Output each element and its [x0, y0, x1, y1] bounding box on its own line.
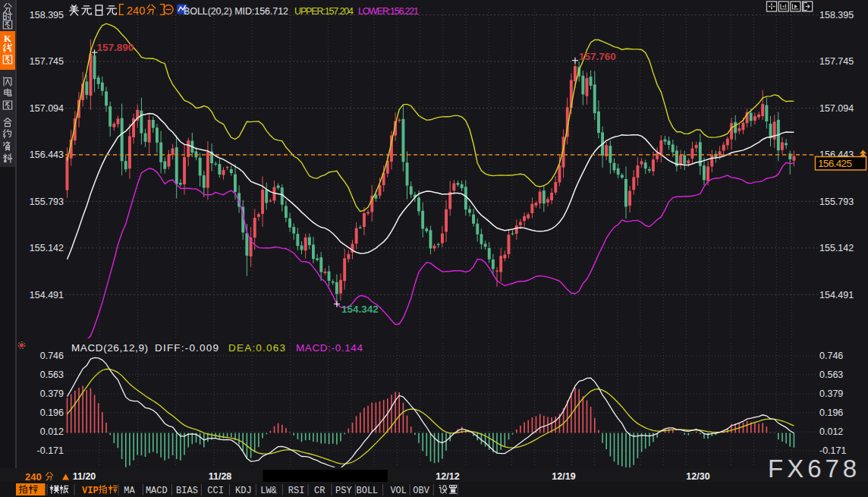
svg-text:155.793: 155.793 — [30, 197, 64, 207]
svg-text:UPPER:157.204: UPPER:157.204 — [294, 6, 354, 17]
svg-text:VIP: VIP — [82, 486, 99, 496]
svg-text:156.425: 156.425 — [818, 158, 852, 169]
svg-text:0.012: 0.012 — [819, 426, 843, 437]
svg-text:DIFF:-0.009: DIFF:-0.009 — [155, 342, 219, 354]
svg-text:0.563: 0.563 — [40, 370, 64, 380]
svg-text:0.563: 0.563 — [819, 370, 843, 380]
svg-text:240: 240 — [25, 471, 42, 483]
svg-text:VOL: VOL — [390, 486, 407, 496]
svg-text:0.196: 0.196 — [40, 407, 64, 418]
svg-text:157.094: 157.094 — [30, 103, 64, 114]
svg-text:LOWER:156.221: LOWER:156.221 — [358, 6, 419, 17]
svg-text:BOLL(20,2) MID:156.712: BOLL(20,2) MID:156.712 — [184, 6, 288, 17]
svg-text:OBV: OBV — [413, 486, 429, 496]
svg-text:12/30: 12/30 — [686, 471, 709, 482]
svg-text:154.342: 154.342 — [341, 304, 379, 315]
svg-text:BOLL: BOLL — [356, 486, 378, 496]
svg-text:MACD: MACD — [146, 486, 168, 496]
svg-text:158.395: 158.395 — [30, 10, 64, 20]
svg-text:0.012: 0.012 — [40, 426, 64, 437]
svg-text:0.379: 0.379 — [40, 388, 64, 399]
svg-text:LW&: LW& — [260, 486, 277, 496]
svg-text:157.890: 157.890 — [97, 42, 134, 53]
svg-text:157.745: 157.745 — [819, 56, 854, 67]
svg-text:156.443: 156.443 — [30, 149, 64, 160]
svg-text:-0.171: -0.171 — [37, 445, 64, 456]
svg-text:154.491: 154.491 — [819, 290, 854, 300]
svg-text:RSI: RSI — [288, 486, 305, 496]
svg-text:MACD(26,12,9): MACD(26,12,9) — [71, 342, 148, 354]
svg-text:157.745: 157.745 — [30, 56, 64, 67]
svg-text:12/12: 12/12 — [436, 471, 459, 482]
svg-text:CR: CR — [314, 486, 325, 496]
svg-text:157.094: 157.094 — [819, 103, 854, 114]
svg-text:0.196: 0.196 — [819, 407, 843, 418]
svg-text:0.379: 0.379 — [819, 388, 843, 399]
svg-text:FX678: FX678 — [768, 455, 860, 483]
svg-text:KDJ: KDJ — [235, 486, 252, 496]
svg-text:11/20: 11/20 — [73, 471, 96, 482]
svg-text:K: K — [4, 33, 12, 44]
svg-text:BIAS: BIAS — [176, 486, 198, 496]
svg-text:0.746: 0.746 — [819, 351, 843, 361]
svg-text:157.760: 157.760 — [579, 51, 616, 62]
svg-text:MACD:-0.144: MACD:-0.144 — [296, 342, 363, 354]
svg-text:155.793: 155.793 — [819, 197, 854, 207]
svg-text:MA: MA — [124, 486, 135, 496]
svg-text:158.395: 158.395 — [819, 10, 854, 20]
svg-text:0.746: 0.746 — [40, 351, 64, 361]
svg-text:PSY: PSY — [335, 486, 352, 496]
svg-text:155.142: 155.142 — [30, 243, 64, 253]
svg-text:240: 240 — [127, 5, 145, 17]
svg-text:12/19: 12/19 — [552, 471, 575, 482]
svg-text:CCI: CCI — [207, 486, 224, 496]
svg-text:11/28: 11/28 — [209, 471, 232, 482]
svg-text:DEA:0.063: DEA:0.063 — [228, 342, 285, 354]
svg-text:155.142: 155.142 — [819, 243, 854, 253]
svg-text:154.491: 154.491 — [30, 290, 64, 300]
